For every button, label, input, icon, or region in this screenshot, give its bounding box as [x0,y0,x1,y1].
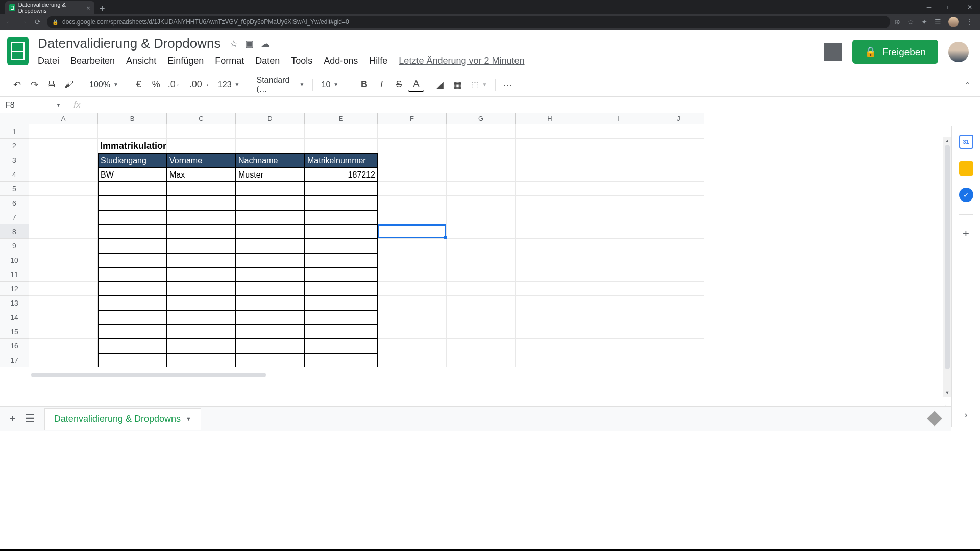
cell-I14[interactable] [584,310,653,324]
cell-F8[interactable] [378,224,447,239]
select-all-corner[interactable] [0,113,29,124]
row-header-16[interactable]: 16 [0,339,29,353]
cell-D9[interactable] [236,239,305,253]
menu-insert[interactable]: Einfügen [167,56,204,66]
cell-D10[interactable] [236,253,305,267]
cell-F13[interactable] [378,296,447,310]
cell-F17[interactable] [378,353,447,367]
cell-I3[interactable] [584,153,653,167]
merge-cells-button[interactable]: ⬚▼ [467,80,491,89]
cell-C11[interactable] [167,267,236,282]
cell-H6[interactable] [516,196,584,210]
cell-C14[interactable] [167,310,236,324]
cell-C9[interactable] [167,239,236,253]
cell-J14[interactable] [653,310,704,324]
cell-H1[interactable] [516,124,584,139]
cell-I5[interactable] [584,182,653,196]
formula-input[interactable] [88,97,980,113]
cell-I2[interactable] [584,139,653,153]
cell-D5[interactable] [236,182,305,196]
cell-F2[interactable] [378,139,447,153]
cell-G3[interactable] [447,153,516,167]
cell-A16[interactable] [29,339,98,353]
menu-tools[interactable]: Tools [291,56,312,66]
cell-D13[interactable] [236,296,305,310]
cell-J9[interactable] [653,239,704,253]
cell-C8[interactable] [167,224,236,239]
collapse-toolbar-button[interactable]: ⌃ [965,81,971,89]
borders-button[interactable]: ▦ [450,77,465,92]
cell-E11[interactable] [305,267,378,282]
menu-edit[interactable]: Bearbeiten [70,56,115,66]
menu-addons[interactable]: Add-ons [324,56,358,66]
cell-A14[interactable] [29,310,98,324]
cell-B15[interactable] [98,324,167,339]
cell-G9[interactable] [447,239,516,253]
cell-A8[interactable] [29,224,98,239]
cell-I13[interactable] [584,296,653,310]
cell-E4[interactable]: 187212 [305,167,378,182]
cell-I10[interactable] [584,253,653,267]
cell-I4[interactable] [584,167,653,182]
hide-sidepanel-button[interactable]: › [965,410,968,420]
cell-D1[interactable] [236,124,305,139]
cell-A15[interactable] [29,324,98,339]
cell-C16[interactable] [167,339,236,353]
reload-button[interactable]: ⟳ [33,18,43,26]
cell-H9[interactable] [516,239,584,253]
column-header-C[interactable]: C [167,113,236,124]
fill-color-button[interactable]: ◢ [432,77,448,92]
row-header-4[interactable]: 4 [0,167,29,182]
cell-I11[interactable] [584,267,653,282]
move-icon[interactable]: ▣ [245,38,254,49]
cells-area[interactable]: ImmatrikulationStudiengangVornameNachnam… [29,124,704,367]
cell-G2[interactable] [447,139,516,153]
cell-B9[interactable] [98,239,167,253]
cell-E15[interactable] [305,324,378,339]
comments-button[interactable] [824,43,842,61]
account-avatar[interactable] [948,42,969,62]
cell-D3[interactable]: Nachname [236,153,305,167]
cell-D17[interactable] [236,353,305,367]
cell-E2[interactable] [305,139,378,153]
cell-F9[interactable] [378,239,447,253]
bold-button[interactable]: B [356,77,372,92]
strikethrough-button[interactable]: S [391,77,406,92]
cell-F5[interactable] [378,182,447,196]
cell-J2[interactable] [653,139,704,153]
row-header-8[interactable]: 8 [0,224,29,239]
cell-I6[interactable] [584,196,653,210]
currency-button[interactable]: € [131,77,146,92]
cell-B13[interactable] [98,296,167,310]
number-format-dropdown[interactable]: 123▼ [214,80,244,89]
cell-I7[interactable] [584,210,653,224]
cell-D12[interactable] [236,282,305,296]
cell-A6[interactable] [29,196,98,210]
column-header-J[interactable]: J [653,113,704,124]
sheet-tab-active[interactable]: Datenvalidierung & Dropdowns ▼ [44,408,201,430]
menu-view[interactable]: Ansicht [126,56,156,66]
print-button[interactable]: 🖶 [44,77,59,92]
cell-G14[interactable] [447,310,516,324]
cell-C7[interactable] [167,210,236,224]
cell-F7[interactable] [378,210,447,224]
cell-G16[interactable] [447,339,516,353]
redo-button[interactable]: ↷ [27,77,42,92]
cell-B5[interactable] [98,182,167,196]
cell-H14[interactable] [516,310,584,324]
row-header-3[interactable]: 3 [0,153,29,167]
cell-B1[interactable] [98,124,167,139]
cell-F3[interactable] [378,153,447,167]
column-header-I[interactable]: I [584,113,653,124]
cell-B7[interactable] [98,210,167,224]
column-header-G[interactable]: G [447,113,516,124]
cell-G4[interactable] [447,167,516,182]
cell-B17[interactable] [98,353,167,367]
explore-button[interactable] [927,411,942,427]
cell-A13[interactable] [29,296,98,310]
cell-F6[interactable] [378,196,447,210]
cell-F10[interactable] [378,253,447,267]
more-toolbar-button[interactable]: ⋯ [500,77,515,92]
keep-icon[interactable] [959,161,973,176]
cell-A10[interactable] [29,253,98,267]
